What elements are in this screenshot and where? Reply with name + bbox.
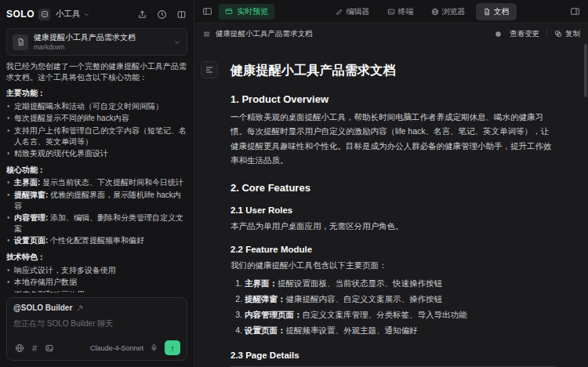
agent-name[interactable]: @SOLO Builder <box>13 303 72 312</box>
chat-input-toolbar: # Claude-4-Sonnet ↑ <box>13 340 180 355</box>
copy-icon <box>554 30 562 38</box>
solo-badge-icon <box>38 9 50 20</box>
panel-right-icon[interactable] <box>570 6 580 16</box>
list-item: 提醒弹窗: 优雅的提醒界面，展示随机life hack内容 <box>6 190 187 211</box>
heading-page-details: 2.3 Page Details <box>230 351 557 360</box>
app-window: SOLO 小工具 <box>0 0 588 367</box>
project-switcher[interactable]: 小工具 <box>56 9 90 20</box>
assistant-message-intro: 我已经为您创建了一个完整的健康提醒小工具产品需求文档。这个工具将包含以下核心功能… <box>6 61 187 82</box>
list-item-rest: 显示当前状态、下次提醒时间和今日统计 <box>40 178 183 187</box>
heading-core-features: 2. Core Features <box>230 182 557 194</box>
module-list-item: 主界面：提醒设置面板、当前状态显示、快速操作按钮 <box>245 276 557 292</box>
tab-document-label: 文档 <box>494 6 510 17</box>
roles-paragraph: 本产品为单用户桌面应用，无需区分用户角色。 <box>230 219 557 233</box>
share-icon[interactable] <box>136 8 148 20</box>
outline-list-icon <box>205 65 214 74</box>
tab-document[interactable]: 文档 <box>476 3 517 20</box>
chevron-down-icon <box>83 11 90 18</box>
module-item-rest: 自定义文案库管理、分类标签、导入导出功能 <box>303 310 467 319</box>
vertical-scrollbar[interactable] <box>584 25 587 365</box>
chat-sidebar: SOLO 小工具 <box>0 0 194 367</box>
document-toolbar: 健康提醒小工具产品需求文档 查看变更 复制 <box>194 24 588 44</box>
list-item: 主界面: 显示当前状态、下次提醒时间和今日统计 <box>6 177 187 188</box>
module-item-rest: 健康提醒内容、自定义文案展示、操作按钮 <box>286 294 443 303</box>
core-features-list: 主界面: 显示当前状态、下次提醒时间和今日统计提醒弹窗: 优雅的提醒界面，展示随… <box>6 177 187 246</box>
history-icon[interactable] <box>155 8 168 20</box>
hamburger-menu-icon[interactable] <box>202 30 211 38</box>
outline-toggle-button[interactable] <box>201 61 218 78</box>
document-icon <box>483 8 491 16</box>
changes-dot-icon[interactable] <box>494 30 503 38</box>
list-item-lead: 主界面: <box>14 178 40 187</box>
document-card-text: 健康提醒小工具产品需求文档 markdown <box>34 33 136 51</box>
send-arrow-icon: ↑ <box>170 343 175 353</box>
list-item: 支持用户上传和管理自己的文字内容（短笔记、名人名言、英文单词等） <box>6 125 187 147</box>
tab-browser-label: 浏览器 <box>442 6 466 17</box>
view-changes-button[interactable]: 查看变更 <box>510 29 539 39</box>
agent-row: @SOLO Builder <box>13 303 180 312</box>
document-card[interactable]: 健康提醒小工具产品需求文档 markdown <box>6 28 187 56</box>
tab-editor[interactable]: 编辑器 <box>328 3 377 20</box>
microphone-icon[interactable] <box>150 343 158 352</box>
scrollbar-thumb[interactable] <box>584 44 587 97</box>
section-heading-core-features: 核心功能： <box>6 165 187 176</box>
copy-button-label: 复制 <box>565 29 580 39</box>
list-item-lead: 提醒弹窗: <box>14 191 48 199</box>
tab-live-preview[interactable]: 实时预览 <box>219 4 274 20</box>
main-features-list: 定期提醒喝水和活动（可自定义时间间隔）每次提醒显示不同的life hack内容支… <box>6 101 187 159</box>
collapse-sidebar-icon[interactable] <box>202 6 212 16</box>
project-name: 小工具 <box>56 9 81 20</box>
image-icon[interactable] <box>43 342 56 354</box>
tech-features-list: 响应式设计，支持多设备使用本地存储用户数据渐变色彩和动画效果分类标签系统便于内容… <box>6 265 187 293</box>
globe-icon[interactable] <box>13 342 26 354</box>
layout-columns-icon[interactable] <box>175 8 187 20</box>
module-list: 主界面：提醒设置面板、当前状态显示、快速操作按钮提醒弹窗：健康提醒内容、自定义文… <box>230 276 557 339</box>
module-list-item: 内容管理页面：自定义文案库管理、分类标签、导入导出功能 <box>245 307 557 323</box>
heading-product-overview: 1. Product Overview <box>230 93 557 105</box>
tab-editor-label: 编辑器 <box>347 6 370 17</box>
list-item-lead: 内容管理: <box>14 213 48 222</box>
document-toolbar-actions: 查看变更 复制 <box>494 29 580 39</box>
module-item-rest: 提醒频率设置、外观主题、通知偏好 <box>286 325 418 335</box>
send-button[interactable]: ↑ <box>165 340 180 355</box>
module-list-item: 设置页面：提醒频率设置、外观主题、通知偏好 <box>245 323 557 339</box>
top-tab-bar: 实时预览 编辑器 终端 浏览器 文档 <box>194 0 588 24</box>
heading-user-roles: 2.1 User Roles <box>230 205 557 215</box>
list-item: 内容管理: 添加、编辑、删除和分类管理自定义文案 <box>6 213 187 234</box>
list-item: 每次提醒显示不同的life hack内容 <box>6 113 187 124</box>
module-item-lead: 内容管理页面： <box>245 310 303 319</box>
breadcrumb-filename: 健康提醒小工具产品需求文档 <box>216 29 313 39</box>
overview-paragraph: 一个精致美观的桌面提醒小工具，帮助长时间电脑工作者养成定期休息、喝水的健康习惯。… <box>230 110 557 168</box>
chat-input[interactable]: 您正在与 SOLO Builder 聊天 <box>13 318 180 337</box>
model-selector[interactable]: Claude-4-Sonnet <box>90 344 143 352</box>
chat-message-area: 我已经为您创建了一个完整的健康提醒小工具产品需求文档。这个工具将包含以下核心功能… <box>6 61 187 293</box>
list-item: 响应式设计，支持多设备使用 <box>6 265 187 276</box>
browser-globe-icon <box>431 8 439 16</box>
toolbar-divider <box>546 30 547 38</box>
document-title: 健康提醒小工具产品需求文档 <box>230 63 557 79</box>
terminal-icon <box>387 8 395 16</box>
copy-button[interactable]: 复制 <box>554 29 580 39</box>
heading-feature-module: 2.2 Feature Module <box>230 245 557 254</box>
list-item: 本地存储用户数据 <box>6 277 187 288</box>
document-card-title: 健康提醒小工具产品需求文档 <box>34 33 136 42</box>
hash-icon[interactable]: # <box>32 343 37 353</box>
list-item: 精致美观的现代化界面设计 <box>6 148 187 159</box>
chat-input-panel: @SOLO Builder 您正在与 SOLO Builder 聊天 # Cla… <box>6 297 187 361</box>
tab-terminal[interactable]: 终端 <box>380 3 421 20</box>
sidebar-actions <box>136 8 187 20</box>
document-card-subtitle: markdown <box>34 43 136 51</box>
list-item-rest: 个性化配置提醒频率和偏好 <box>48 236 144 245</box>
module-list-item: 提醒弹窗：健康提醒内容、自定义文案展示、操作按钮 <box>245 292 557 307</box>
section-heading-tech-features: 技术特色： <box>6 252 187 263</box>
builder-tools-icon <box>76 304 84 312</box>
collapse-chevron-icon[interactable] <box>173 38 181 46</box>
section-heading-main-features: 主要功能： <box>6 88 187 99</box>
tab-terminal-label: 终端 <box>398 6 414 17</box>
list-item-lead: 设置页面: <box>14 236 48 245</box>
list-item: 设置页面: 个性化配置提醒频率和偏好 <box>6 235 187 246</box>
pencil-icon <box>336 8 343 16</box>
module-paragraph: 我们的健康提醒小工具包含以下主要页面： <box>230 258 557 272</box>
main-panel: 实时预览 编辑器 终端 浏览器 文档 <box>194 0 588 367</box>
tab-browser[interactable]: 浏览器 <box>424 3 473 20</box>
